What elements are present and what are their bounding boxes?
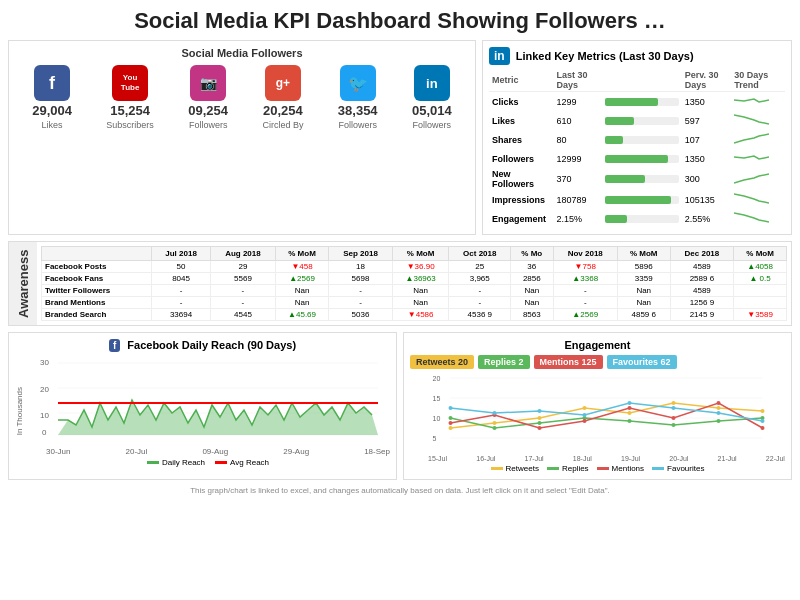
metric-last30: 1299 (553, 92, 601, 112)
ig-count: 09,254 (188, 103, 228, 118)
svg-text:20: 20 (40, 385, 49, 394)
metrics-row: New Followers 370 300 (489, 168, 785, 190)
col-prev30: Perv. 30 Days (682, 69, 732, 92)
svg-point-39 (672, 416, 676, 420)
metric-prev30: 105135 (682, 190, 732, 209)
li-count: 05,014 (412, 103, 452, 118)
aw-cell: Nan (275, 285, 328, 297)
aw-cell: - (449, 297, 511, 309)
svg-point-47 (672, 406, 676, 410)
engagement-panel: Engagement Retweets 20 Replies 2 Mention… (403, 332, 792, 480)
metric-trend (731, 111, 785, 130)
metrics-table: Metric Last 30 Days Perv. 30 Days 30 Day… (489, 69, 785, 228)
aw-cell: 8045 (152, 273, 211, 285)
metric-bar (602, 190, 682, 209)
replies-label: Replies (562, 464, 589, 473)
avg-reach-label: Avg Reach (230, 458, 269, 467)
fb-label: Likes (42, 120, 63, 130)
eng-x-5: 19-Jul (621, 455, 640, 462)
svg-text:15: 15 (433, 395, 441, 402)
badge-retweets: Retweets 20 (410, 355, 474, 369)
col-metric: Metric (489, 69, 553, 92)
social-followers-panel: Social Media Followers f 29,004 Likes Yo… (8, 40, 476, 235)
retweets-color (491, 467, 503, 470)
li-label: Followers (413, 120, 452, 130)
svg-text:10: 10 (40, 411, 49, 420)
aw-cell: Nan (511, 285, 554, 297)
page-title: Social Media KPI Dashboard Showing Follo… (0, 0, 800, 40)
twitter-icon: 🐦 (340, 65, 376, 101)
ig-label: Followers (189, 120, 228, 130)
aw-cell (734, 285, 787, 297)
aw-cell: - (553, 297, 617, 309)
awareness-label: Awareness (9, 242, 37, 325)
aw-cell: - (210, 285, 275, 297)
fb-legend: Daily Reach Avg Reach (26, 458, 390, 467)
gp-count: 20,254 (263, 103, 303, 118)
linkedin-icon: in (414, 65, 450, 101)
fb-x-2: 20-Jul (126, 447, 148, 456)
fb-count: 29,004 (32, 103, 72, 118)
svg-point-22 (628, 411, 632, 415)
yt-label: Subscribers (106, 120, 154, 130)
footer-note: This graph/chart is linked to excel, and… (0, 484, 800, 497)
svg-point-42 (449, 406, 453, 410)
eng-x-labels: 15-Jul 16-Jul 17-Jul 18-Jul 19-Jul 20-Ju… (410, 455, 785, 462)
awareness-table: Jul 2018 Aug 2018 % MoM Sep 2018 % MoM O… (41, 246, 787, 321)
metrics-row: Shares 80 107 (489, 130, 785, 149)
li-metrics-header: in Linked Key Metrics (Last 30 Days) (489, 47, 785, 65)
svg-point-40 (717, 401, 721, 405)
aw-cell: - (449, 285, 511, 297)
eng-x-2: 16-Jul (476, 455, 495, 462)
metric-prev30: 300 (682, 168, 732, 190)
svg-point-37 (583, 419, 587, 423)
aw-cell: 25 (449, 261, 511, 273)
metric-name: Likes (489, 111, 553, 130)
gp-followers: g+ 20,254 Circled By (262, 65, 303, 130)
metric-bar (602, 92, 682, 112)
aw-cell: 1256 9 (670, 297, 734, 309)
fb-reach-title: f Facebook Daily Reach (90 Days) (15, 339, 390, 351)
social-followers-title: Social Media Followers (15, 47, 469, 59)
aw-cell: 18 (329, 261, 393, 273)
svg-point-38 (628, 406, 632, 410)
aw-cell: - (210, 297, 275, 309)
aw-cell: 5036 (329, 309, 393, 321)
li-followers: in 05,014 Followers (412, 65, 452, 130)
favourites-color (652, 467, 664, 470)
svg-text:10: 10 (433, 415, 441, 422)
youtube-icon: YouTube (112, 65, 148, 101)
metric-last30: 180789 (553, 190, 601, 209)
metric-prev30: 107 (682, 130, 732, 149)
aw-cell: 5569 (210, 273, 275, 285)
eng-legend-mentions: Mentions (597, 464, 644, 473)
fb-followers: f 29,004 Likes (32, 65, 72, 130)
aw-cell: ▼758 (553, 261, 617, 273)
metrics-row: Followers 12999 1350 (489, 149, 785, 168)
aw-cell: 2589 6 (670, 273, 734, 285)
badge-replies: Replies 2 (478, 355, 530, 369)
aw-cell: 5896 (617, 261, 670, 273)
aw-col-dec: Dec 2018 (670, 247, 734, 261)
metrics-row: Clicks 1299 1350 (489, 92, 785, 112)
fb-reach-icon: f (109, 339, 120, 352)
tw-count: 38,354 (338, 103, 378, 118)
svg-point-32 (717, 419, 721, 423)
metric-bar (602, 149, 682, 168)
svg-point-24 (717, 406, 721, 410)
metric-name: Engagement (489, 209, 553, 228)
eng-x-6: 20-Jul (669, 455, 688, 462)
eng-legend-replies: Replies (547, 464, 589, 473)
metric-prev30: 597 (682, 111, 732, 130)
gp-label: Circled By (262, 120, 303, 130)
aw-cell: 4859 6 (617, 309, 670, 321)
awareness-row: Twitter Followers--Nan-Nan-Nan-Nan4589 (42, 285, 787, 297)
svg-text:20: 20 (433, 375, 441, 382)
aw-cell: ▲4058 (734, 261, 787, 273)
favourites-label: Favourites (667, 464, 704, 473)
col-trend: 30 Days Trend (731, 69, 785, 92)
aw-cell: - (152, 297, 211, 309)
li-metrics-title: Linked Key Metrics (Last 30 Days) (516, 50, 694, 62)
svg-point-19 (493, 421, 497, 425)
mentions-color (597, 467, 609, 470)
